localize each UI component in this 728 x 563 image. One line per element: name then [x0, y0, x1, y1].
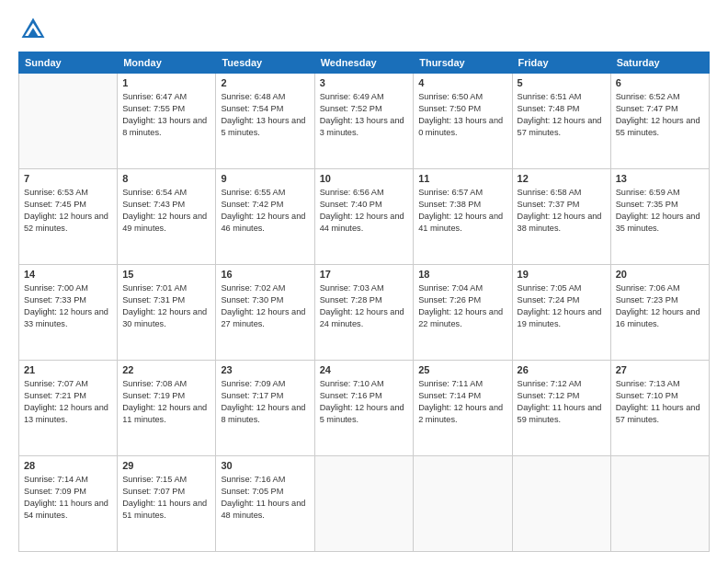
sunrise-text: Sunrise: 6:50 AM: [418, 92, 483, 101]
cell-content: 23Sunrise: 7:09 AMSunset: 7:17 PMDayligh…: [221, 363, 309, 426]
sunset-text: Sunset: 7:26 PM: [418, 295, 481, 304]
day-number: 13: [616, 172, 704, 186]
cell-content: 3Sunrise: 6:49 AMSunset: 7:52 PMDaylight…: [320, 76, 409, 139]
calendar-cell: 17Sunrise: 7:03 AMSunset: 7:28 PMDayligh…: [314, 265, 414, 361]
calendar-cell: 22Sunrise: 7:08 AMSunset: 7:19 PMDayligh…: [118, 361, 216, 456]
sunset-text: Sunset: 7:31 PM: [122, 295, 185, 304]
daylight-text: Daylight: 12 hours and 5 minutes.: [320, 403, 404, 424]
sunrise-text: Sunrise: 7:04 AM: [418, 283, 483, 293]
sunset-text: Sunset: 7:48 PM: [518, 104, 580, 113]
cell-content: 24Sunrise: 7:10 AMSunset: 7:16 PMDayligh…: [320, 363, 409, 426]
day-number: 5: [518, 76, 606, 90]
daylight-text: Daylight: 12 hours and 55 minutes.: [616, 116, 700, 137]
sunset-text: Sunset: 7:55 PM: [122, 104, 185, 113]
header: [18, 15, 710, 44]
calendar-cell: 23Sunrise: 7:09 AMSunset: 7:17 PMDayligh…: [216, 361, 314, 456]
daylight-text: Daylight: 12 hours and 49 minutes.: [122, 212, 207, 233]
week-row-2: 14Sunrise: 7:00 AMSunset: 7:33 PMDayligh…: [19, 265, 710, 361]
sunset-text: Sunset: 7:07 PM: [122, 487, 185, 496]
cell-content: 9Sunrise: 6:55 AMSunset: 7:42 PMDaylight…: [221, 172, 309, 235]
week-row-0: 1Sunrise: 6:47 AMSunset: 7:55 PMDaylight…: [19, 74, 710, 169]
calendar-cell: 30Sunrise: 7:16 AMSunset: 7:05 PMDayligh…: [216, 456, 314, 552]
calendar-cell: 7Sunrise: 6:53 AMSunset: 7:45 PMDaylight…: [19, 169, 118, 265]
cell-content: 13Sunrise: 6:59 AMSunset: 7:35 PMDayligh…: [616, 172, 704, 235]
sunset-text: Sunset: 7:47 PM: [616, 104, 678, 113]
cell-content: 4Sunrise: 6:50 AMSunset: 7:50 PMDaylight…: [418, 76, 506, 139]
sunset-text: Sunset: 7:43 PM: [122, 200, 185, 209]
calendar-cell: [512, 456, 610, 552]
calendar-cell: [19, 74, 118, 169]
daylight-text: Daylight: 11 hours and 59 minutes.: [518, 403, 602, 424]
calendar-cell: 29Sunrise: 7:15 AMSunset: 7:07 PMDayligh…: [118, 456, 216, 552]
calendar-cell: 20Sunrise: 7:06 AMSunset: 7:23 PMDayligh…: [610, 265, 709, 361]
day-number: 25: [418, 363, 506, 377]
sunset-text: Sunset: 7:38 PM: [418, 200, 481, 209]
day-number: 15: [122, 268, 210, 282]
sunrise-text: Sunrise: 7:00 AM: [24, 283, 88, 293]
sunset-text: Sunset: 7:40 PM: [320, 200, 382, 209]
daylight-text: Daylight: 12 hours and 44 minutes.: [320, 212, 404, 233]
day-number: 18: [418, 268, 506, 282]
day-header-tuesday: Tuesday: [216, 52, 314, 74]
day-number: 14: [24, 268, 112, 282]
calendar-cell: 5Sunrise: 6:51 AMSunset: 7:48 PMDaylight…: [512, 74, 610, 169]
sunset-text: Sunset: 7:09 PM: [24, 487, 86, 496]
header-row: SundayMondayTuesdayWednesdayThursdayFrid…: [19, 52, 710, 74]
calendar-cell: [610, 456, 709, 552]
day-number: 1: [122, 76, 210, 90]
day-header-thursday: Thursday: [414, 52, 512, 74]
sunrise-text: Sunrise: 7:05 AM: [518, 283, 582, 293]
cell-content: 28Sunrise: 7:14 AMSunset: 7:09 PMDayligh…: [24, 459, 112, 522]
cell-content: 14Sunrise: 7:00 AMSunset: 7:33 PMDayligh…: [24, 268, 112, 330]
daylight-text: Daylight: 12 hours and 22 minutes.: [418, 307, 503, 328]
day-header-monday: Monday: [118, 52, 216, 74]
calendar-cell: 14Sunrise: 7:00 AMSunset: 7:33 PMDayligh…: [19, 265, 118, 361]
cell-content: 10Sunrise: 6:56 AMSunset: 7:40 PMDayligh…: [320, 172, 409, 235]
day-number: 29: [122, 459, 210, 473]
cell-content: 7Sunrise: 6:53 AMSunset: 7:45 PMDaylight…: [24, 172, 112, 235]
sunset-text: Sunset: 7:54 PM: [221, 104, 283, 113]
daylight-text: Daylight: 12 hours and 52 minutes.: [24, 212, 108, 233]
calendar-cell: 13Sunrise: 6:59 AMSunset: 7:35 PMDayligh…: [610, 169, 709, 265]
cell-content: 11Sunrise: 6:57 AMSunset: 7:38 PMDayligh…: [418, 172, 506, 235]
cell-content: 30Sunrise: 7:16 AMSunset: 7:05 PMDayligh…: [221, 459, 309, 522]
daylight-text: Daylight: 12 hours and 8 minutes.: [221, 403, 305, 424]
day-number: 17: [320, 268, 409, 282]
sunrise-text: Sunrise: 6:49 AM: [320, 92, 384, 101]
cell-content: 18Sunrise: 7:04 AMSunset: 7:26 PMDayligh…: [418, 268, 506, 330]
sunrise-text: Sunrise: 7:13 AM: [616, 379, 680, 388]
cell-content: 6Sunrise: 6:52 AMSunset: 7:47 PMDaylight…: [616, 76, 704, 139]
day-number: 28: [24, 459, 112, 473]
daylight-text: Daylight: 13 hours and 8 minutes.: [122, 116, 207, 137]
calendar-cell: 27Sunrise: 7:13 AMSunset: 7:10 PMDayligh…: [610, 361, 709, 456]
daylight-text: Daylight: 12 hours and 13 minutes.: [24, 403, 108, 424]
calendar-cell: 21Sunrise: 7:07 AMSunset: 7:21 PMDayligh…: [19, 361, 118, 456]
sunrise-text: Sunrise: 7:16 AM: [221, 475, 285, 484]
daylight-text: Daylight: 11 hours and 48 minutes.: [221, 499, 305, 520]
sunset-text: Sunset: 7:12 PM: [518, 391, 580, 400]
cell-content: 17Sunrise: 7:03 AMSunset: 7:28 PMDayligh…: [320, 268, 409, 330]
day-header-saturday: Saturday: [610, 52, 709, 74]
sunrise-text: Sunrise: 7:09 AM: [221, 379, 285, 388]
sunrise-text: Sunrise: 6:54 AM: [122, 188, 187, 197]
sunset-text: Sunset: 7:33 PM: [24, 295, 86, 304]
calendar-cell: 18Sunrise: 7:04 AMSunset: 7:26 PMDayligh…: [414, 265, 512, 361]
sunrise-text: Sunrise: 7:10 AM: [320, 379, 384, 388]
daylight-text: Daylight: 12 hours and 11 minutes.: [122, 403, 207, 424]
sunrise-text: Sunrise: 6:52 AM: [616, 92, 680, 101]
cell-content: 27Sunrise: 7:13 AMSunset: 7:10 PMDayligh…: [616, 363, 704, 426]
day-number: 21: [24, 363, 112, 377]
page: SundayMondayTuesdayWednesdayThursdayFrid…: [0, 0, 728, 563]
sunset-text: Sunset: 7:52 PM: [320, 104, 382, 113]
logo-icon: [18, 15, 48, 44]
daylight-text: Daylight: 11 hours and 51 minutes.: [122, 499, 207, 520]
day-number: 4: [418, 76, 506, 90]
daylight-text: Daylight: 12 hours and 30 minutes.: [122, 307, 207, 328]
sunset-text: Sunset: 7:23 PM: [616, 295, 678, 304]
sunset-text: Sunset: 7:28 PM: [320, 295, 382, 304]
calendar-cell: 4Sunrise: 6:50 AMSunset: 7:50 PMDaylight…: [414, 74, 512, 169]
daylight-text: Daylight: 12 hours and 41 minutes.: [418, 212, 503, 233]
calendar-cell: 6Sunrise: 6:52 AMSunset: 7:47 PMDaylight…: [610, 74, 709, 169]
calendar-cell: [314, 456, 414, 552]
day-number: 19: [518, 268, 606, 282]
